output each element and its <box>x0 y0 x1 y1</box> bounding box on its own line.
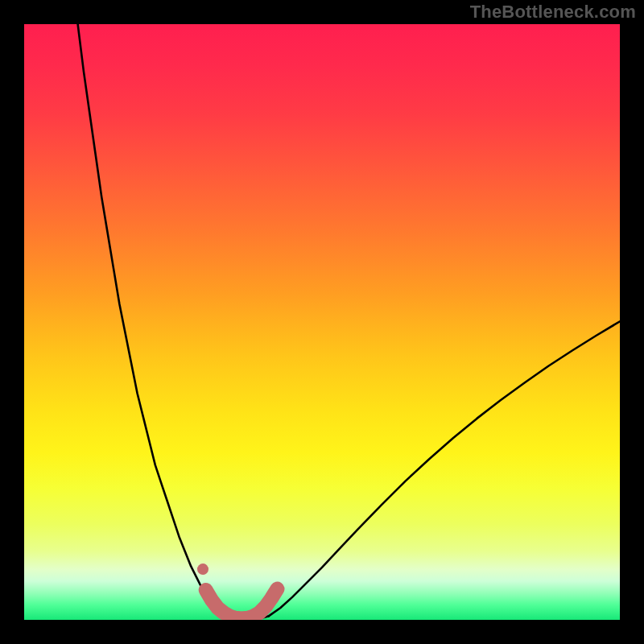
chart-plot-area <box>24 24 620 620</box>
highlight-dot <box>197 564 208 575</box>
gradient-background <box>24 24 620 620</box>
chart-frame: TheBottleneck.com <box>0 0 644 644</box>
chart-svg <box>24 24 620 620</box>
watermark-text: TheBottleneck.com <box>470 2 636 23</box>
